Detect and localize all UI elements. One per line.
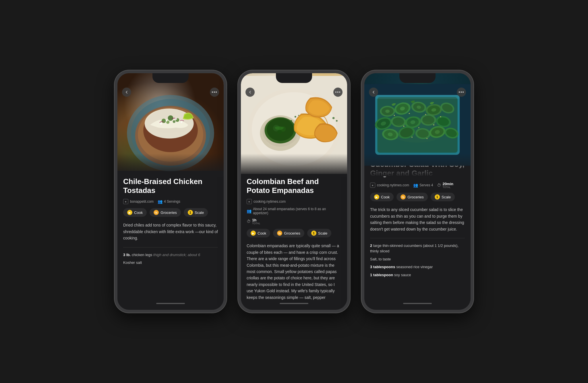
ingredients-1: 3 lb. chicken legs thigh and drumstick; … xyxy=(123,247,218,266)
source-1: ■ bonappetit.com xyxy=(123,199,154,204)
scale-button-2[interactable]: 1 Scale xyxy=(307,229,332,237)
cook-button-3[interactable]: ▶ Cook xyxy=(370,193,394,201)
source-icon-3: ■ xyxy=(370,183,375,188)
svg-point-77 xyxy=(425,114,426,115)
svg-point-7 xyxy=(168,115,173,121)
more-button-1[interactable]: ••• xyxy=(210,88,219,97)
servings-3: 👥 Serves 4 xyxy=(413,183,433,187)
source-icon-2: ■ xyxy=(247,199,252,204)
notch-3 xyxy=(399,73,436,83)
ingredient-item: 3 lb. chicken legs thigh and drumstick; … xyxy=(123,252,218,258)
svg-point-39 xyxy=(385,110,390,113)
recipe-body-1: Chile-Braised Chicken Tostadas ■ bonappe… xyxy=(117,171,224,310)
action-buttons-3: ▶ Cook 🛍 Groceries 1 Scale xyxy=(370,193,465,201)
svg-point-29 xyxy=(332,117,335,119)
ingredient-item: 1 tablespoon soy sauce xyxy=(370,272,465,278)
svg-point-75 xyxy=(394,115,395,116)
scale-icon-3: 1 xyxy=(435,194,440,200)
source-icon-1: ■ xyxy=(123,199,128,204)
scroll-hint-2 xyxy=(280,303,308,304)
scale-icon-2: 1 xyxy=(311,231,316,236)
time-3: ⏱ 20min TOTAL xyxy=(437,182,453,189)
back-button-2[interactable] xyxy=(245,88,255,97)
meta-row-3: ■ cooking.nytimes.com 👥 Serves 4 ⏱ 20min… xyxy=(370,182,465,189)
svg-point-76 xyxy=(409,113,410,114)
scroll-hint-1 xyxy=(156,303,185,304)
ingredients-3: 2 large thin-skinned cucumbers (about 1 … xyxy=(370,238,465,278)
phone-3: ••• Cucumber Salad With Soy, Ginger and … xyxy=(361,70,473,313)
bag-icon-3: 🛍 xyxy=(401,194,406,200)
svg-point-28 xyxy=(291,120,292,122)
bag-icon-2: 🛍 xyxy=(277,231,282,236)
action-buttons-1: ▶ Cook 🛍 Groceries 1 Scale xyxy=(123,208,218,217)
svg-point-27 xyxy=(298,115,299,116)
phone-2-content: ••• Colombian Beef and Potato Empanadas … xyxy=(241,73,347,310)
more-button-3[interactable]: ••• xyxy=(457,88,466,97)
recipe-description-2: Colombian empanadas are typically quite … xyxy=(247,243,341,301)
cook-button-2[interactable]: ▶ Cook xyxy=(247,229,270,237)
svg-point-78 xyxy=(440,116,441,117)
ingredient-item: Kosher salt xyxy=(123,260,218,266)
groceries-button-3[interactable]: 🛍 Groceries xyxy=(396,193,428,201)
svg-point-10 xyxy=(173,120,175,123)
scale-button-1[interactable]: 1 Scale xyxy=(184,208,208,217)
phone-1: ••• Chile-Braised Chicken Tostadas ■ bon… xyxy=(115,70,227,313)
svg-point-6 xyxy=(162,119,166,123)
recipe-body-2: Colombian Beef and Potato Empanadas ■ co… xyxy=(241,171,347,310)
time-2: ⏱ 1h TOTAL xyxy=(247,218,260,225)
more-button-2[interactable]: ••• xyxy=(333,88,343,97)
play-icon-1: ▶ xyxy=(127,210,132,215)
scale-button-3[interactable]: 1 Scale xyxy=(431,193,455,201)
svg-point-14 xyxy=(181,121,182,123)
meta-row-2b: 👥 About 24 small empanadas (serves 6 to … xyxy=(247,207,341,215)
recipe-title-2: Colombian Beef and Potato Empanadas xyxy=(247,177,341,195)
svg-point-11 xyxy=(160,122,162,125)
phone-2: ••• Colombian Beef and Potato Empanadas … xyxy=(238,70,350,313)
svg-point-26 xyxy=(295,116,296,118)
servings-2: 👥 About 24 small empanadas (serves 6 to … xyxy=(247,207,341,215)
phone-1-content: ••• Chile-Braised Chicken Tostadas ■ bon… xyxy=(117,73,224,310)
svg-point-13 xyxy=(175,118,177,120)
back-button-3[interactable] xyxy=(369,88,378,97)
play-icon-2: ▶ xyxy=(251,231,256,236)
svg-point-84 xyxy=(390,121,445,143)
ingredient-item: Salt, to taste xyxy=(370,256,465,262)
recipe-body-3: Cucumber Salad With Soy, Ginger and Garl… xyxy=(364,154,471,310)
recipe-title-1: Chile-Braised Chicken Tostadas xyxy=(123,177,218,195)
scale-icon-1: 1 xyxy=(188,210,193,215)
nav-bar-2: ••• xyxy=(241,85,347,99)
back-button-1[interactable] xyxy=(122,88,131,97)
phone-3-content: ••• Cucumber Salad With Soy, Ginger and … xyxy=(364,73,471,310)
ingredient-item: 2 large thin-skinned cucumbers (about 1 … xyxy=(370,243,465,254)
notch-2 xyxy=(276,73,312,83)
bag-icon-1: 🛍 xyxy=(154,210,159,215)
recipe-description-1: Dried chiles add tons of complex flavor … xyxy=(123,222,218,241)
nav-bar-3: ••• xyxy=(364,85,471,99)
servings-1: 👥 4 Servings xyxy=(158,199,180,204)
action-buttons-2: ▶ Cook 🛍 Groceries 1 Scale xyxy=(247,229,341,237)
source-2: ■ cooking.nytimes.com xyxy=(247,199,286,204)
notch-1 xyxy=(152,73,189,83)
scroll-hint-3 xyxy=(403,303,432,304)
svg-point-12 xyxy=(166,120,167,122)
groceries-button-2[interactable]: 🛍 Groceries xyxy=(273,229,304,237)
play-icon-3: ▶ xyxy=(374,194,379,200)
cook-button-1[interactable]: ▶ Cook xyxy=(123,208,147,217)
meta-row-2c: ⏱ 1h TOTAL xyxy=(247,218,341,225)
groceries-button-1[interactable]: 🛍 Groceries xyxy=(150,208,181,217)
svg-point-25 xyxy=(277,129,282,134)
nav-bar-1: ••• xyxy=(117,85,224,99)
phones-container: ••• Chile-Braised Chicken Tostadas ■ bon… xyxy=(115,70,473,313)
recipe-description-3: The trick to any sliced cucumber salad i… xyxy=(370,206,465,232)
ingredient-item: 3 tablespoons seasoned rice vinegar xyxy=(370,264,465,270)
source-3: ■ cooking.nytimes.com xyxy=(370,183,409,188)
meta-row-2: ■ cooking.nytimes.com xyxy=(247,199,341,204)
svg-point-30 xyxy=(336,120,338,122)
meta-row-1: ■ bonappetit.com 👥 4 Servings xyxy=(123,199,218,204)
